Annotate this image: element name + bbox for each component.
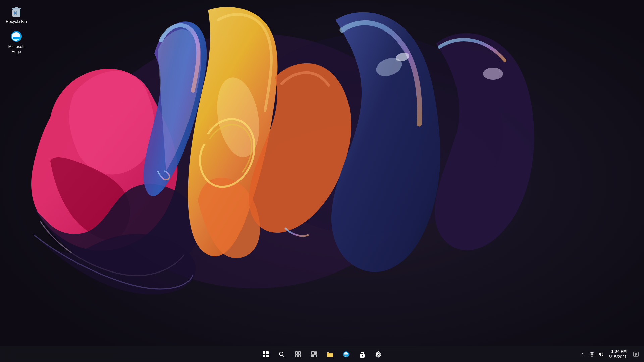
svg-line-21: [283, 355, 285, 357]
svg-rect-25: [298, 355, 301, 357]
search-button[interactable]: [274, 347, 289, 362]
taskbar-center: [258, 347, 386, 362]
volume-tray-icon[interactable]: [597, 350, 605, 358]
svg-rect-27: [315, 352, 317, 354]
search-icon: [279, 351, 285, 357]
svg-rect-22: [295, 352, 298, 354]
svg-rect-26: [311, 352, 315, 354]
time-display: 1:34 PM: [611, 349, 627, 354]
svg-rect-36: [591, 355, 593, 356]
start-button[interactable]: [258, 347, 273, 362]
svg-rect-35: [592, 352, 594, 354]
start-icon: [263, 351, 269, 357]
file-explorer-button[interactable]: [323, 347, 337, 362]
tray-icons: [588, 350, 605, 358]
recycle-bin-icon[interactable]: ♻ Recycle Bin: [3, 3, 30, 25]
svg-rect-29: [313, 355, 317, 357]
lock-taskbar-button[interactable]: [355, 347, 370, 362]
file-explorer-icon: [327, 351, 333, 357]
svg-rect-34: [590, 352, 592, 354]
svg-rect-13: [15, 7, 18, 8]
edge-taskbar-icon: [343, 351, 350, 358]
lock-icon: [359, 351, 365, 358]
desktop: ♻ Recycle Bin: [0, 0, 644, 362]
svg-rect-28: [311, 355, 313, 357]
settings-icon: [375, 351, 382, 358]
svg-rect-11: [18, 11, 18, 15]
svg-rect-24: [295, 355, 298, 357]
svg-rect-10: [16, 11, 17, 15]
date-display: 6/15/2021: [609, 354, 627, 360]
svg-rect-19: [266, 355, 269, 357]
svg-point-32: [362, 355, 363, 356]
taskbar: ∧: [0, 346, 644, 362]
recycle-bin-label: Recycle Bin: [6, 19, 27, 24]
network-icon: [589, 352, 595, 357]
recycle-bin-svg: ♻: [10, 5, 23, 18]
svg-point-33: [377, 353, 379, 355]
wallpaper: [0, 0, 644, 362]
settings-taskbar-button[interactable]: [371, 347, 386, 362]
volume-icon: [598, 352, 603, 357]
edge-label: MicrosoftEdge: [8, 44, 25, 54]
svg-text:♻: ♻: [14, 12, 16, 15]
network-tray-icon[interactable]: [588, 350, 596, 358]
tray-expand-button[interactable]: ∧: [579, 349, 587, 360]
widgets-button[interactable]: [307, 347, 321, 362]
chevron-up-icon: ∧: [581, 352, 584, 356]
task-view-icon: [295, 351, 301, 357]
taskbar-right: ∧: [579, 347, 641, 362]
microsoft-edge-icon[interactable]: MicrosoftEdge: [3, 28, 30, 55]
edge-svg: [10, 29, 23, 43]
widgets-icon: [311, 351, 317, 357]
system-tray: 1:34 PM 6/15/2021: [588, 347, 641, 362]
desktop-icons: ♻ Recycle Bin: [3, 3, 30, 55]
svg-rect-16: [263, 351, 265, 354]
svg-rect-18: [263, 355, 265, 357]
svg-rect-23: [298, 352, 301, 354]
notification-icon: [633, 352, 639, 357]
svg-point-7: [483, 68, 503, 80]
edge-taskbar-button[interactable]: [339, 347, 354, 362]
svg-rect-17: [266, 351, 269, 354]
clock[interactable]: 1:34 PM 6/15/2021: [606, 348, 629, 361]
svg-marker-41: [599, 352, 601, 356]
task-view-button[interactable]: [290, 347, 305, 362]
notification-button[interactable]: [631, 347, 641, 362]
